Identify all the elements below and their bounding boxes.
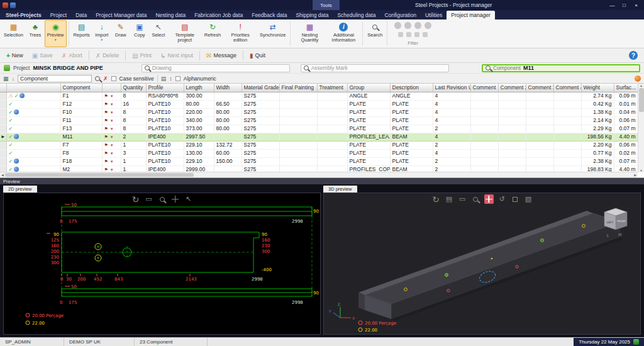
help-button[interactable]: ?	[629, 51, 638, 60]
table-row-m11[interactable]: ▶✓M11⚑▼2IPE4002997.50S275PROFILES_LEA...…	[0, 133, 638, 141]
row-marker[interactable]: ▶	[0, 133, 6, 141]
column-header-group[interactable]: Group	[347, 84, 390, 92]
compass-icon[interactable]: ↖	[184, 194, 193, 204]
grid-icon[interactable]: ▦	[3, 75, 9, 82]
menu-tab-configuration[interactable]: Configuration	[380, 11, 421, 20]
apply-filter-icon[interactable]: ↓	[12, 75, 15, 82]
scroll-up-icon[interactable]: ▲	[640, 84, 643, 87]
row-marker[interactable]	[0, 92, 6, 100]
ribbon-import-button[interactable]: ↓Import▾	[92, 20, 111, 47]
preview-section-bar[interactable]: Preview	[0, 178, 644, 184]
column-header-comment-2[interactable]: Comment 2	[498, 84, 526, 92]
table-row-f11[interactable]: ✓F11⚑▼8PLATE10340.0080.00S275PLATEPLATE4…	[0, 116, 638, 125]
table-icon[interactable]: ▤	[161, 75, 167, 82]
ribbon-preview-button[interactable]: ◉Preview▾	[45, 20, 67, 47]
assembly-mark-search-field[interactable]: Assembly Mark	[301, 64, 449, 72]
table-row-f13[interactable]: ✓F13⚑▼8PLATE10373.0080.00S275PLATEPLATE2…	[0, 125, 638, 133]
menu-tab-fabrication-job-data[interactable]: Fabrication Job data	[190, 11, 247, 20]
column-header-blank[interactable]	[0, 84, 6, 92]
filter-search-button[interactable]	[95, 76, 100, 81]
drawing-search-field[interactable]: Drawing	[142, 64, 290, 72]
ribbon-nesting-quantity-button[interactable]: ▦Nesting Quantity	[292, 20, 326, 47]
toolbar-abort-button[interactable]: ✗Abort	[58, 51, 86, 60]
alphanumeric-checkbox[interactable]	[175, 76, 180, 81]
zoom-window-icon[interactable]: ▭	[144, 194, 153, 204]
table-row-f7[interactable]: ✓F7⚑▼1PLATE10229.10132.72S275PLATEPLATE2…	[0, 141, 638, 149]
toolbar-quit-button[interactable]: ▮Quit	[246, 51, 269, 60]
menu-tab-scheduling-data[interactable]: Scheduling data	[333, 11, 380, 20]
row-marker[interactable]	[0, 157, 6, 165]
table-row-f8[interactable]: ✓F8⚑▼3PLATE10130.0060.00S275PLATEPLATE40…	[0, 149, 638, 157]
toolbar-message-button[interactable]: ✉Message	[203, 51, 240, 60]
quick-access-icon[interactable]	[10, 3, 16, 8]
rotate-view-icon[interactable]: ↻	[131, 194, 140, 204]
cube-view-icon[interactable]: ▧	[524, 194, 533, 204]
menu-tab-shipping-data[interactable]: Shipping data	[291, 11, 333, 20]
scrollbar-thumb[interactable]	[5, 173, 194, 177]
column-header-final-painting[interactable]: Final Painting	[279, 84, 317, 92]
menu-tab-project-manager-data[interactable]: Project Manager data	[91, 11, 151, 20]
tab-2d-preview[interactable]: 2D preview	[3, 186, 37, 193]
case-sensitive-checkbox[interactable]	[111, 76, 116, 81]
table-row-f18[interactable]: ✓F18⚑▼1PLATE10229.10150.00S275PLATEPLATE…	[0, 157, 638, 165]
2d-viewport[interactable]: ↻ ▭ ↖ 50 90	[3, 193, 321, 335]
ribbon-refresh-button[interactable]: ↻Refresh	[202, 20, 223, 47]
column-header-quantity[interactable]: Quantity	[121, 84, 146, 92]
filter-field-combo[interactable]: Component	[18, 75, 92, 82]
column-header-treatment[interactable]: Treatment	[317, 84, 347, 92]
column-header-comment-3[interactable]: Comment 3	[526, 84, 553, 92]
horizontal-scrollbar[interactable]: ◀ ▶	[0, 172, 638, 177]
tools-contextual-tab[interactable]: Tools	[313, 0, 340, 10]
zoom-icon[interactable]	[471, 194, 480, 204]
fullscreen-icon[interactable]	[511, 194, 520, 204]
toolbar-new-button[interactable]: +New	[3, 51, 27, 60]
scroll-left-icon[interactable]: ◀	[1, 173, 4, 177]
row-marker[interactable]	[0, 149, 6, 157]
row-marker[interactable]	[0, 108, 6, 116]
ribbon-template-project-button[interactable]: ▤Template project	[168, 20, 202, 47]
ribbon-additional-information-button[interactable]: iAdditional Information	[326, 20, 360, 47]
table-row-f10[interactable]: ✓F10⚑▼8PLATE10220.0080.00S275PLATEPLATE4…	[0, 108, 638, 116]
toolbar-print-button[interactable]: ▤Print	[128, 51, 155, 60]
ribbon-synchronize-button[interactable]: ⇄Synchronize	[257, 20, 288, 47]
zoom-icon[interactable]	[157, 194, 167, 204]
column-header-description[interactable]: Description	[390, 84, 433, 92]
column-header-blank[interactable]	[6, 84, 60, 92]
menu-tab-steel-projects[interactable]: Steel-Projects	[1, 11, 46, 20]
orbit-icon[interactable]: ↺	[497, 194, 507, 204]
column-header-surfac[interactable]: Surfac...	[614, 84, 638, 92]
menu-tab-project[interactable]: Project	[46, 11, 71, 20]
pan-icon[interactable]	[170, 194, 180, 204]
ribbon-search-button[interactable]: Search	[365, 20, 385, 47]
column-header-last-revision-u[interactable]: Last Revision U...	[433, 84, 470, 92]
column-header-comment[interactable]: Comment	[470, 84, 498, 92]
ribbon-trees-button[interactable]: ♣Trees	[26, 20, 45, 47]
minimize-button[interactable]: —	[607, 1, 618, 9]
menu-tab-data[interactable]: Data	[71, 11, 91, 20]
filter-clear-button[interactable]: ✗	[103, 75, 108, 82]
menu-tab-project-manager[interactable]: Project manager	[447, 11, 494, 20]
row-marker[interactable]	[0, 125, 6, 133]
toolbar-save-button[interactable]: ▣Save	[28, 51, 57, 60]
maximize-button[interactable]: □	[619, 1, 630, 9]
table-row-f12[interactable]: ✓F12⚑▼16PLATE1080.0066.50S275PLATEPLATE4…	[0, 100, 638, 108]
menu-tab-feedback-data[interactable]: Feedback data	[247, 11, 291, 20]
toolbar-next-input-button[interactable]: ↳Next input	[157, 51, 197, 60]
menu-tab-nesting-data[interactable]: Nesting data	[151, 11, 190, 20]
toolbar-delete-button[interactable]: ✗Delete	[92, 51, 123, 60]
tab-3d-preview[interactable]: 3D preview	[323, 186, 357, 193]
3d-viewport[interactable]: ↻ ▤ ▭ ↺ ▧	[323, 193, 641, 335]
scroll-right-icon[interactable]: ▶	[634, 173, 636, 177]
column-header-profile[interactable]: Profile	[146, 84, 184, 92]
column-header-length[interactable]: Length	[184, 84, 214, 92]
filter-status-icon[interactable]	[635, 75, 641, 82]
rotate-view-icon[interactable]: ↻	[431, 194, 441, 204]
ribbon-select-button[interactable]: ↖Select	[149, 20, 168, 47]
ribbon-priorities-edition-button[interactable]: !Priorities edition	[223, 20, 257, 47]
ribbon-reports-button[interactable]: ▤Reports	[71, 20, 92, 47]
column-header-comment-4[interactable]: Comment 4	[553, 84, 581, 92]
component-search-field[interactable]: Component M11	[482, 64, 640, 72]
column-header-blank[interactable]	[102, 84, 121, 92]
vertical-scrollbar[interactable]: ▲ ▼	[638, 84, 644, 172]
row-marker[interactable]	[0, 141, 6, 149]
